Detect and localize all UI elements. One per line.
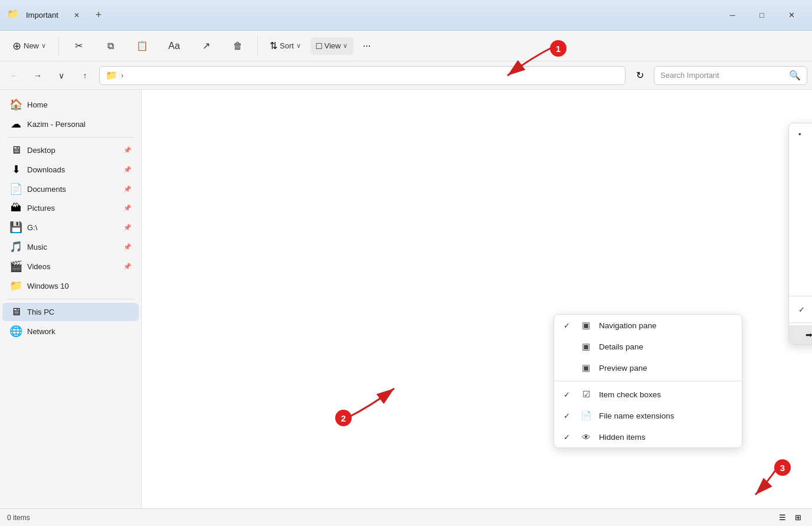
new-label: New — [24, 41, 39, 50]
sidebar-item-videos[interactable]: 🎬 Videos 📌 — [2, 257, 139, 276]
rename-button[interactable]: Aa — [159, 38, 189, 54]
sidebar-music-label: Music — [27, 243, 119, 251]
show-item-checkboxes[interactable]: ✓ ☑ Item check boxes — [554, 384, 742, 405]
show-preview-pane[interactable]: ▣ Preview pane — [554, 357, 742, 378]
details-pane-label: Details pane — [599, 342, 643, 351]
share-button[interactable]: ↗ — [191, 38, 221, 54]
sort-chevron-icon: ∨ — [296, 42, 301, 50]
grid-view-icon: ⊞ — [795, 513, 801, 522]
sidebar-kazim-label: Kazim - Personal — [27, 120, 132, 129]
sidebar-item-pictures[interactable]: 🏔 Pictures 📌 — [2, 199, 139, 217]
annotation-1: 1 — [496, 40, 567, 90]
forward-button[interactable]: → — [28, 66, 47, 85]
view-button[interactable]: □ View ∨ — [310, 37, 354, 55]
sidebar-item-documents[interactable]: 📄 Documents 📌 — [2, 179, 139, 198]
cloud-icon: ☁ — [9, 117, 22, 130]
thispc-icon: 🖥 — [9, 306, 22, 318]
view-option-list[interactable]: ☰ List — [789, 208, 812, 230]
view-option-small[interactable]: ⠿ Small icons — [789, 187, 812, 208]
view-option-extra-large[interactable]: • ⊞ Extra large icons — [789, 123, 812, 145]
toolbar: ⊕ New ∨ ✂ ⧉ 📋 Aa ↗ 🗑 ⇅ Sort ∨ □ View ∨ ·… — [0, 31, 812, 61]
item-checkboxes-label: Item check boxes — [599, 390, 661, 399]
copy-button[interactable]: ⧉ — [96, 38, 125, 54]
pin-icon-3: 📌 — [123, 185, 132, 193]
badge-2-circle: 2 — [335, 410, 352, 426]
sidebar-item-windows10[interactable]: 📁 Windows 10 — [2, 276, 139, 295]
delete-button[interactable]: 🗑 — [223, 38, 253, 54]
expand-icon: ∨ — [58, 71, 64, 80]
list-view-icon: ☰ — [779, 513, 786, 522]
view-label: View — [325, 41, 341, 50]
show-nav-pane[interactable]: ✓ ▣ Navigation pane — [554, 315, 742, 336]
badge-2: 2 — [335, 410, 352, 426]
gdrive-icon: 💾 — [9, 221, 22, 234]
submenu-sep-1 — [554, 381, 742, 381]
show-menu-item[interactable]: ➡ Show › — [789, 325, 812, 344]
refresh-icon: ↻ — [636, 70, 644, 81]
minimize-button[interactable]: ─ — [719, 6, 746, 25]
view-option-details[interactable]: ≡ Details — [789, 230, 812, 251]
cut-button[interactable]: ✂ — [64, 38, 93, 54]
sidebar-item-thispc[interactable]: 🖥 This PC — [2, 303, 139, 321]
delete-icon: 🗑 — [233, 41, 243, 51]
view-option-content[interactable]: ⊟ Content — [789, 272, 812, 293]
sort-label: Sort — [280, 41, 294, 50]
sort-button[interactable]: ⇅ Sort ∨ — [263, 37, 308, 55]
sidebar-item-home[interactable]: 🏠 Home — [2, 95, 139, 114]
sidebar-item-desktop[interactable]: 🖥 Desktop 📌 — [2, 141, 139, 159]
show-details-pane[interactable]: ▣ Details pane — [554, 336, 742, 357]
search-box[interactable]: Search Important 🔍 — [654, 66, 807, 85]
grid-view-button[interactable]: ⊞ — [791, 511, 805, 525]
sidebar-item-downloads[interactable]: ⬇ Downloads 📌 — [2, 160, 139, 179]
maximize-button[interactable]: □ — [748, 6, 775, 25]
address-folder-icon: 📁 — [106, 70, 117, 81]
add-tab-button[interactable]: + — [90, 7, 107, 24]
details-pane-icon: ▣ — [580, 341, 592, 352]
new-chevron-icon: ∨ — [41, 42, 46, 50]
view-option-compact[interactable]: ✓ ≔ Compact view — [789, 299, 812, 320]
sidebar-pictures-label: Pictures — [27, 204, 119, 213]
toolbar-sep-2 — [257, 37, 258, 55]
up-icon: ↑ — [83, 71, 87, 80]
back-icon: ← — [10, 71, 18, 80]
preview-pane-label: Preview pane — [599, 364, 647, 373]
sidebar-sep-2 — [7, 299, 134, 299]
sidebar-item-kazim[interactable]: ☁ Kazim - Personal — [2, 115, 139, 133]
view-option-tiles[interactable]: ⊞ Tiles — [789, 251, 812, 272]
toolbar-sep-1 — [58, 37, 59, 55]
show-file-extensions[interactable]: ✓ 📄 File name extensions — [554, 405, 742, 426]
back-button[interactable]: ← — [5, 66, 24, 85]
sidebar-item-gdrive[interactable]: 💾 G:\ 📌 — [2, 218, 139, 237]
show-hidden-items[interactable]: ✓ 👁 Hidden items — [554, 426, 742, 447]
paste-button[interactable]: 📋 — [127, 38, 157, 54]
new-plus-icon: ⊕ — [12, 40, 21, 53]
address-separator: › — [121, 71, 123, 80]
new-button[interactable]: ⊕ New ∨ — [5, 35, 54, 57]
sidebar-item-music[interactable]: 🎵 Music 📌 — [2, 237, 139, 256]
show-arrow-icon: ➡ — [806, 330, 812, 339]
view-icon: □ — [316, 41, 322, 51]
tab-close-button[interactable]: ✕ — [73, 11, 81, 19]
view-option-large[interactable]: ⊟ Large icons — [789, 145, 812, 166]
more-button[interactable]: ··· — [356, 35, 377, 57]
sidebar-item-network[interactable]: 🌐 Network — [2, 322, 139, 341]
up-button[interactable]: ↑ — [76, 66, 94, 85]
list-view-button[interactable]: ☰ — [775, 511, 790, 525]
more-icon: ··· — [363, 41, 371, 51]
expand-button[interactable]: ∨ — [52, 66, 71, 85]
sidebar-videos-label: Videos — [27, 262, 119, 271]
sidebar-gdrive-label: G:\ — [27, 223, 119, 232]
preview-pane-icon: ▣ — [580, 362, 592, 374]
sort-icon: ⇅ — [270, 40, 277, 51]
pin-icon-2: 📌 — [123, 166, 132, 174]
refresh-button[interactable]: ↻ — [630, 66, 649, 85]
badge-3-label: 3 — [780, 463, 785, 473]
show-submenu-container: ✓ ▣ Navigation pane ▣ Details pane ▣ Pre… — [554, 314, 742, 448]
view-option-medium[interactable]: ⊡ Medium icons — [789, 166, 812, 187]
pin-icon-6: 📌 — [123, 243, 132, 251]
badge-1-circle: 1 — [550, 40, 567, 57]
close-button[interactable]: ✕ — [778, 6, 805, 25]
search-placeholder: Search Important — [660, 71, 785, 80]
badge-2-label: 2 — [341, 413, 346, 423]
pictures-icon: 🏔 — [9, 202, 22, 214]
